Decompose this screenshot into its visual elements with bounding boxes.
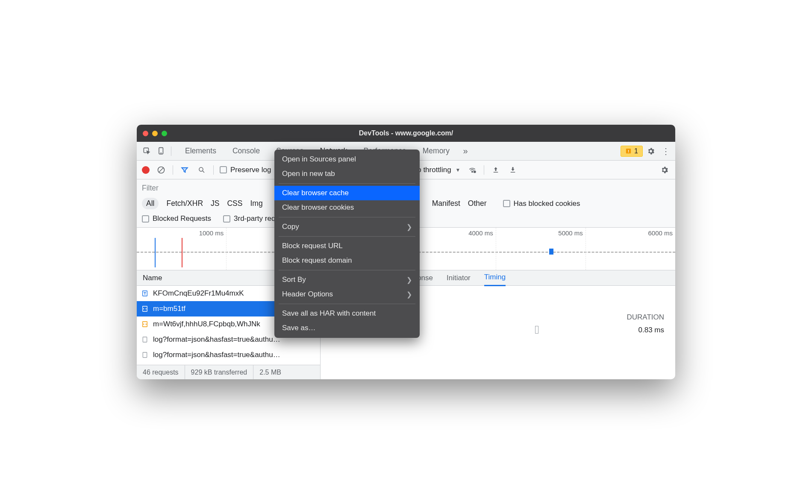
menu-separator xyxy=(279,270,415,270)
devtools-window: DevTools - www.google.com/ Elements Cons… xyxy=(137,125,675,379)
svg-line-8 xyxy=(203,171,204,173)
preserve-log-checkbox[interactable]: Preserve log xyxy=(220,166,271,174)
close-window-button[interactable] xyxy=(143,131,148,136)
svg-rect-17 xyxy=(143,352,147,357)
chevron-down-icon: ▼ xyxy=(456,167,461,173)
chevron-right-icon: ❯ xyxy=(406,290,412,299)
menu-item[interactable]: Open in new tab xyxy=(274,167,420,181)
window-title: DevTools - www.google.com/ xyxy=(137,129,675,137)
chip-fetch-xhr[interactable]: Fetch/XHR xyxy=(166,199,203,208)
divider xyxy=(173,165,173,175)
tab-memory[interactable]: Memory xyxy=(415,142,457,160)
search-icon[interactable] xyxy=(196,164,207,176)
menu-separator xyxy=(279,217,415,217)
status-transferred: 929 kB transferred xyxy=(185,365,253,379)
clear-icon[interactable] xyxy=(156,164,167,176)
font-file-icon xyxy=(141,290,149,297)
kebab-menu-icon[interactable]: ⋮ xyxy=(659,145,672,158)
menu-item[interactable]: Block request domain xyxy=(274,253,420,268)
inspect-element-icon[interactable] xyxy=(140,145,153,158)
more-tabs-icon[interactable]: » xyxy=(459,145,472,158)
menu-separator xyxy=(279,236,415,237)
status-requests: 46 requests xyxy=(137,369,185,376)
tab-elements[interactable]: Elements xyxy=(177,142,224,160)
menu-item[interactable]: Save all as HAR with content xyxy=(274,306,420,321)
svg-point-7 xyxy=(199,167,203,171)
menu-item[interactable]: Open in Sources panel xyxy=(274,152,420,167)
menu-item[interactable]: Clear browser cache xyxy=(274,186,420,200)
warnings-count: 1 xyxy=(634,147,638,155)
maximize-window-button[interactable] xyxy=(162,131,167,136)
record-button[interactable] xyxy=(142,166,150,174)
chevron-right-icon: ❯ xyxy=(406,223,412,231)
detail-tab-timing[interactable]: Timing xyxy=(484,270,506,286)
queueing-bar xyxy=(535,326,538,334)
detail-tab-initiator[interactable]: Initiator xyxy=(447,270,471,286)
timing-duration-header: DURATION xyxy=(627,313,664,322)
status-resources: 2.5 MB xyxy=(253,365,287,379)
menu-item[interactable]: Header Options❯ xyxy=(274,287,420,302)
svg-line-6 xyxy=(159,168,163,172)
chip-all[interactable]: All xyxy=(142,198,159,209)
settings-icon[interactable] xyxy=(644,145,657,158)
has-blocked-cookies-checkbox[interactable]: Has blocked cookies xyxy=(503,199,580,208)
divider xyxy=(213,165,214,175)
upload-icon[interactable] xyxy=(490,164,501,176)
preserve-log-label: Preserve log xyxy=(230,166,271,174)
script-file-icon xyxy=(141,305,149,313)
filter-input[interactable]: Filter xyxy=(142,184,159,193)
menu-item[interactable]: Block request URL xyxy=(274,239,420,253)
timing-queueing-value: 0.83 ms xyxy=(638,326,664,334)
menu-item[interactable]: Sort By❯ xyxy=(274,273,420,287)
context-menu: Open in Sources panelOpen in new tabClea… xyxy=(274,149,420,338)
request-row[interactable]: log?format=json&hasfast=true&authu… xyxy=(137,347,320,363)
svg-text:!: ! xyxy=(628,149,629,153)
doc-file-icon xyxy=(141,336,149,343)
menu-separator xyxy=(279,183,415,184)
titlebar: DevTools - www.google.com/ xyxy=(137,125,675,142)
menu-separator xyxy=(279,304,415,304)
chip-img[interactable]: Img xyxy=(250,199,262,208)
blocked-requests-checkbox[interactable]: Blocked Requests xyxy=(142,214,211,223)
filter-icon[interactable] xyxy=(179,164,190,176)
minimize-window-button[interactable] xyxy=(152,131,158,136)
menu-item[interactable]: Copy❯ xyxy=(274,220,420,234)
chevron-right-icon: ❯ xyxy=(406,276,412,284)
divider xyxy=(171,147,171,156)
doc-file-icon xyxy=(141,351,149,359)
svg-point-9 xyxy=(471,171,473,172)
panel-settings-icon[interactable] xyxy=(659,164,670,176)
chip-css[interactable]: CSS xyxy=(227,199,242,208)
status-bar: 46 requests 929 kB transferred 2.5 MB xyxy=(137,365,320,379)
menu-item[interactable]: Save as… xyxy=(274,321,420,335)
download-icon[interactable] xyxy=(507,164,518,176)
tab-console[interactable]: Console xyxy=(225,142,268,160)
svg-rect-11 xyxy=(493,172,498,173)
device-toggle-icon[interactable] xyxy=(155,145,168,158)
chip-js[interactable]: JS xyxy=(211,199,219,208)
warnings-badge[interactable]: ! 1 xyxy=(621,146,643,157)
wifi-icon[interactable] xyxy=(467,164,478,176)
svg-rect-12 xyxy=(510,172,515,173)
script-file-icon xyxy=(141,320,149,328)
window-controls xyxy=(143,131,167,136)
menu-item[interactable]: Clear browser cookies xyxy=(274,200,420,215)
divider xyxy=(484,165,484,175)
chip-other[interactable]: Other xyxy=(468,199,487,208)
chip-manifest[interactable]: Manifest xyxy=(432,199,460,208)
svg-rect-16 xyxy=(143,337,147,342)
